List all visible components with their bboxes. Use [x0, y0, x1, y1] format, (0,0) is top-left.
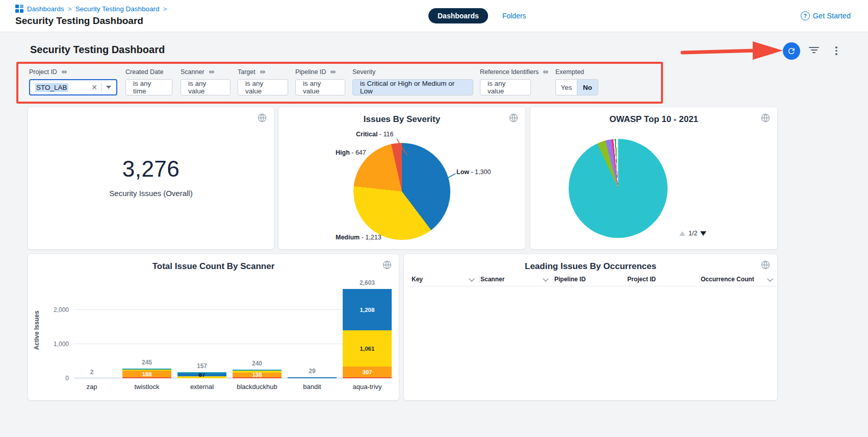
bar-external[interactable]: 87157external: [177, 281, 226, 378]
sort-chevron-icon[interactable]: [469, 276, 474, 281]
column-header-project-id: Project ID: [626, 276, 700, 283]
bar-segment-label: 1,061: [343, 346, 392, 351]
bar-segment: 188: [122, 371, 171, 377]
clear-icon[interactable]: ✕: [91, 83, 97, 91]
bar-segment: [233, 371, 282, 373]
bar-segment-label: 138: [233, 372, 282, 378]
bar-segment: 138: [233, 373, 282, 377]
column-label: Scanner: [480, 276, 504, 283]
exempted-no-button[interactable]: No: [577, 79, 598, 95]
column-header-key[interactable]: Key: [411, 276, 479, 283]
bar-segment: [122, 369, 171, 370]
bar-segment: [233, 370, 282, 371]
breadcrumb-separator: >: [68, 5, 72, 13]
link-icon: [61, 68, 68, 76]
sort-chevron-icon[interactable]: [543, 276, 548, 281]
bar-zap[interactable]: 2zap: [67, 281, 116, 378]
page-down-icon[interactable]: [700, 231, 706, 236]
app-window: Dashboards > Security Testing Dashboard …: [0, 0, 868, 437]
tab-dashboards[interactable]: Dashboards: [428, 8, 488, 23]
bar-segment: [122, 370, 171, 371]
pipeline-id-filter-button[interactable]: is any value: [295, 79, 345, 95]
refresh-button[interactable]: [783, 42, 800, 60]
bar-twistlock[interactable]: 188245twistlock: [122, 281, 171, 378]
dashboards-grid-icon: [15, 5, 23, 13]
globe-icon[interactable]: [760, 113, 771, 125]
filter-label: Pipeline ID: [295, 68, 326, 76]
bar-category-label: zap: [62, 383, 121, 391]
filter-created-date: Created Date is any time: [125, 68, 172, 95]
filter-target: Target is any value: [238, 68, 288, 95]
bar-total-label: 157: [177, 362, 226, 370]
link-icon: [542, 68, 549, 76]
filter-project-id: Project ID STO_LAB ✕: [29, 68, 117, 95]
column-label: Pipeline ID: [554, 276, 585, 283]
pie-label-high: High - 647: [336, 149, 366, 156]
chart-title: Leading Issues By Occurrences: [404, 261, 777, 272]
sort-chevron-icon[interactable]: [767, 276, 773, 281]
bar-total-label: 240: [233, 360, 282, 367]
bar-total-label: 2: [67, 369, 116, 376]
owasp-pie[interactable]: [569, 139, 668, 238]
exempted-segmented-control: Yes No: [555, 79, 598, 95]
bar-blackduckhub[interactable]: 138240blackduckhub: [233, 281, 282, 378]
scanner-filter-button[interactable]: is any value: [181, 79, 231, 95]
column-header-scanner[interactable]: Scanner: [479, 276, 553, 283]
bar-bandit[interactable]: 29bandit: [288, 281, 337, 378]
top-bar: Dashboards > Security Testing Dashboard …: [0, 0, 868, 32]
leading-issues-tile: Leading Issues By Occurrences KeyScanner…: [404, 254, 777, 400]
globe-icon[interactable]: [508, 113, 519, 125]
page-indicator: 1/2: [688, 230, 697, 237]
link-icon: [259, 68, 266, 76]
bar-segment: [122, 377, 171, 378]
bar-category-label: external: [172, 383, 232, 391]
breadcrumb-dashboards[interactable]: Dashboards: [27, 5, 64, 13]
exempted-yes-button[interactable]: Yes: [555, 79, 577, 95]
breadcrumb-current[interactable]: Security Testing Dashboard: [75, 5, 160, 13]
bar-category-label: blackduckhub: [227, 383, 287, 391]
globe-icon[interactable]: [257, 113, 267, 125]
dashboard-heading: Security Testing Dashboard: [30, 44, 165, 56]
page-up-icon[interactable]: [679, 231, 685, 236]
filter-severity: Severity is Critical or High or Medium o…: [352, 68, 473, 95]
scanner-bar-plot[interactable]: Active Issues 2,000 1,000 0 2zap188245tw…: [74, 281, 393, 378]
chart-title: Total Issue Count By Scanner: [28, 261, 399, 272]
link-icon: [329, 68, 337, 76]
pie-label-medium: Medium - 1,213: [336, 234, 381, 241]
column-header-occurrence-count[interactable]: Occurrence Count: [700, 276, 777, 283]
reference-identifiers-filter-button[interactable]: is any value: [480, 79, 531, 95]
bar-total-label: 29: [288, 368, 337, 375]
chart-title: OWASP Top 10 - 2021: [530, 114, 777, 125]
pie-pagination: 1/2: [679, 230, 706, 237]
bar-category-label: bandit: [283, 383, 342, 391]
chart-title: Issues By Severity: [278, 114, 525, 125]
y-tick-1000: 1,000: [42, 341, 69, 348]
get-started-link[interactable]: ? Get Started: [801, 11, 851, 20]
page-title: Security Testing Dashboard: [15, 15, 143, 27]
globe-icon[interactable]: [760, 260, 771, 272]
dashboard-filter-toggle[interactable]: [809, 47, 819, 55]
filter-label: Reference Identifiers: [480, 68, 539, 76]
filter-label: Exempted: [555, 68, 584, 76]
severity-pie[interactable]: [353, 143, 450, 240]
project-id-combobox[interactable]: STO_LAB ✕: [29, 79, 117, 95]
breadcrumb-separator: >: [163, 5, 167, 13]
bar-aqua-trivy[interactable]: 3071,0611,2082,603aqua-trivy: [343, 281, 392, 378]
kpi-value: 3,276: [28, 156, 274, 182]
bar-segment: [343, 377, 392, 378]
filter-label: Severity: [352, 68, 375, 76]
filter-label: Created Date: [125, 68, 163, 76]
chevron-down-icon[interactable]: [106, 86, 111, 89]
tab-folders[interactable]: Folders: [502, 12, 526, 20]
breadcrumb: Dashboards > Security Testing Dashboard …: [15, 5, 167, 13]
refresh-icon: [787, 46, 796, 56]
severity-filter-button[interactable]: is Critical or High or Medium or Low: [352, 79, 473, 95]
bar-total-label: 245: [122, 359, 171, 366]
bar-segment: 1,061: [343, 330, 392, 367]
globe-icon[interactable]: [382, 260, 392, 272]
more-menu-button[interactable]: [833, 46, 839, 56]
target-filter-button[interactable]: is any value: [238, 79, 288, 95]
annotation-arrow: [678, 39, 786, 63]
created-date-filter-button[interactable]: is any time: [125, 79, 172, 95]
pie-label-critical: Critical - 116: [356, 131, 393, 138]
